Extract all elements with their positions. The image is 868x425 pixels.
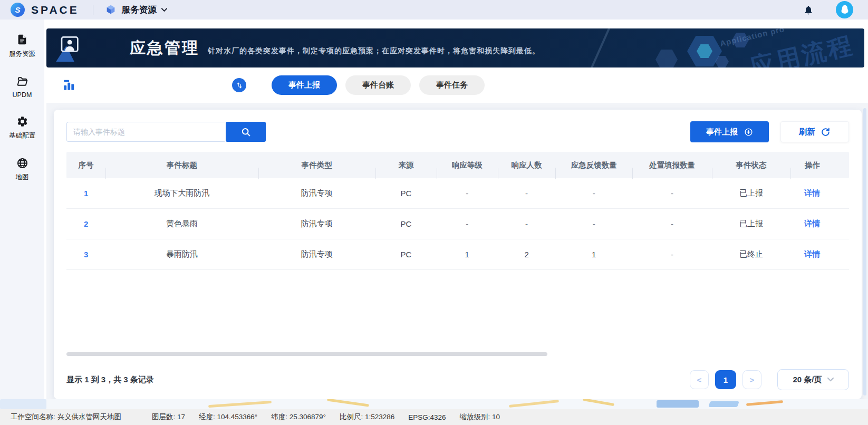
- plus-circle-icon: [744, 128, 753, 137]
- status-badge: 已上报: [712, 188, 790, 198]
- tabs: 事件上报 事件台账 事件任务: [272, 75, 493, 95]
- sidebar: 服务资源 UPDM 基础配置 地图: [0, 20, 44, 399]
- topbar-right: [802, 1, 861, 18]
- refresh-icon: [821, 127, 831, 137]
- search-icon: [240, 127, 252, 138]
- table-header-cell: 来源: [375, 160, 437, 170]
- card-footer: 显示 1 到 3，共 3 条记录 < 1 > 20 条/页: [66, 369, 849, 390]
- report-event-button[interactable]: 事件上报: [690, 121, 769, 142]
- cell-source: PC: [375, 250, 437, 259]
- emergency-banner-icon: [55, 34, 82, 64]
- cell-reports: -: [632, 250, 712, 259]
- search-group: [66, 122, 266, 142]
- table-header-cell: 事件类型: [258, 160, 376, 170]
- cell-type: 防汛专项: [258, 188, 376, 198]
- table-row: 2 黄色暴雨 防汛专项 PC - - - - 已上报 详情: [66, 209, 849, 239]
- cell-action: 详情: [790, 219, 834, 229]
- chevron-down-icon: [827, 378, 834, 382]
- cell-people: -: [498, 219, 556, 228]
- chart-icon[interactable]: [62, 78, 76, 94]
- cell-level: 1: [437, 250, 498, 259]
- horizontal-scrollbar[interactable]: [66, 352, 547, 356]
- workspace-name: 工作空间名称: 兴义供水管网天地图: [11, 412, 121, 422]
- cell-index: 1: [66, 189, 105, 198]
- cell-type: 防汛专项: [258, 249, 376, 259]
- sidebar-item-map[interactable]: 地图: [0, 157, 44, 182]
- detail-link[interactable]: 详情: [804, 188, 820, 197]
- banner-watermark-en: Application pro: [719, 28, 786, 48]
- sidebar-item-label: 服务资源: [9, 50, 35, 59]
- document-icon: [16, 33, 28, 46]
- avatar[interactable]: [836, 1, 853, 18]
- scale-value: 比例尺: 1:523286: [340, 412, 394, 422]
- cell-feedback: 1: [555, 250, 632, 259]
- topbar-divider: [93, 5, 93, 15]
- table-header-cell: 序号: [66, 160, 105, 170]
- cell-people: -: [498, 189, 556, 198]
- app-root: S SPACE 服务资源 服务资源: [0, 0, 868, 425]
- cell-index: 3: [66, 250, 105, 259]
- table-header-row: 序号 事件标题 事件类型 来源 响应等级 响应人数 应急反馈数量 处置填报数量 …: [66, 152, 849, 178]
- status-badge: 已上报: [712, 219, 790, 229]
- globe-icon: [16, 157, 28, 169]
- chevron-down-icon[interactable]: [161, 8, 167, 12]
- tab-event-report[interactable]: 事件上报: [272, 75, 337, 95]
- table-header-cell: 事件状态: [712, 160, 790, 170]
- statusbar: 工作空间名称: 兴义供水管网天地图 图层数: 17 经度: 104.453366…: [0, 409, 868, 425]
- cell-source: PC: [375, 189, 437, 198]
- search-input[interactable]: [66, 122, 225, 142]
- tab-event-task[interactable]: 事件任务: [419, 75, 485, 95]
- cell-level: -: [437, 219, 498, 228]
- page-size-value: 20 条/页: [793, 375, 822, 385]
- layer-count: 图层数: 17: [152, 412, 185, 422]
- sidebar-item-basic-config[interactable]: 基础配置: [0, 115, 44, 140]
- cell-title: 暴雨防汛: [105, 249, 258, 259]
- brand-logo-icon: S: [11, 3, 25, 17]
- latitude-value: 纬度: 25.306879°: [271, 412, 326, 422]
- app-menu[interactable]: 服务资源: [122, 4, 157, 16]
- hexagon-decor: [655, 50, 678, 67]
- bell-icon[interactable]: [802, 4, 815, 16]
- page-banner: Application pro 应用流程 应急管理 针对水厂的各类突发事件，制定…: [46, 28, 864, 67]
- sidebar-item-updm[interactable]: UPDM: [0, 75, 44, 99]
- brand-text: SPACE: [31, 4, 79, 16]
- table-header-cell: 应急反馈数量: [555, 160, 632, 170]
- table-header-cell: 响应等级: [437, 160, 498, 170]
- zoom-level-value: 缩放级别: 10: [460, 412, 500, 422]
- events-table: 序号 事件标题 事件类型 来源 响应等级 响应人数 应急反馈数量 处置填报数量 …: [66, 152, 849, 270]
- page-size-select[interactable]: 20 条/页: [777, 369, 849, 390]
- banner-titles: 应急管理 针对水厂的各类突发事件，制定专项的应急预案；在应对突发事件时，将危害和…: [130, 37, 540, 59]
- prev-page-button[interactable]: <: [690, 370, 709, 389]
- page-subtitle: 针对水厂的各类突发事件，制定专项的应急预案；在应对突发事件时，将危害和损失降到最…: [208, 46, 540, 56]
- cell-reports: -: [632, 219, 712, 228]
- detail-link[interactable]: 详情: [804, 219, 820, 228]
- next-page-button[interactable]: >: [742, 370, 761, 389]
- sidebar-item-service-resources[interactable]: 服务资源: [0, 33, 44, 59]
- table-row: 1 现场下大雨防汛 防汛专项 PC - - - - 已上报 详情: [66, 178, 849, 209]
- detail-link[interactable]: 详情: [804, 249, 820, 258]
- table-header-cell: 操作: [790, 160, 834, 170]
- longitude-value: 经度: 104.453366°: [199, 412, 257, 422]
- cell-people: 2: [498, 250, 556, 259]
- swap-icon[interactable]: [232, 78, 246, 92]
- content-card: 事件上报 刷新 序号 事件标题 事件类型 来源 响应等级 响应人数 应急反馈数: [54, 110, 862, 399]
- tab-event-ledger[interactable]: 事件台账: [345, 75, 411, 95]
- banner-decor: [586, 28, 611, 67]
- refresh-button[interactable]: 刷新: [780, 121, 849, 142]
- sidebar-item-label: 基础配置: [9, 131, 35, 140]
- topbar: S SPACE 服务资源: [0, 0, 868, 20]
- cell-title: 现场下大雨防汛: [105, 188, 258, 198]
- report-button-label: 事件上报: [706, 127, 738, 137]
- sidebar-item-label: 地图: [16, 173, 29, 182]
- table-header-cell: 处置填报数量: [632, 160, 712, 170]
- vertical-scrollbar[interactable]: [863, 108, 866, 395]
- refresh-button-label: 刷新: [799, 127, 815, 138]
- table-header-cell: 事件标题: [105, 160, 258, 170]
- sidebar-item-label: UPDM: [13, 91, 32, 99]
- cell-action: 详情: [790, 249, 834, 259]
- search-button[interactable]: [226, 122, 266, 142]
- gear-icon: [16, 115, 28, 128]
- pagination: < 1 > 20 条/页: [690, 369, 849, 390]
- current-page-button[interactable]: 1: [715, 370, 736, 389]
- cube-icon: [105, 4, 117, 16]
